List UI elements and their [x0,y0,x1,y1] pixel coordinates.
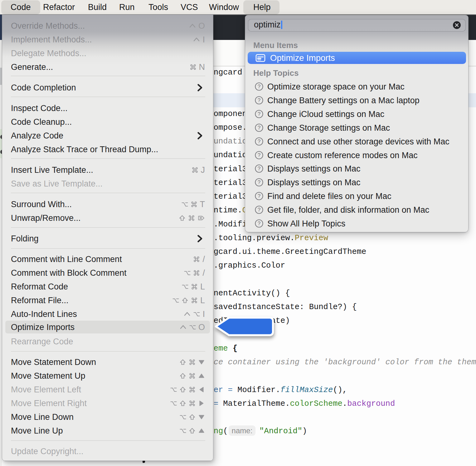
svg-text:?: ? [258,84,260,90]
svg-text:?: ? [258,125,260,131]
svg-text:?: ? [258,179,260,185]
svg-text:?: ? [258,193,260,199]
svg-text:?: ? [258,97,260,103]
svg-text:?: ? [258,152,260,158]
svg-text:?: ? [258,166,260,172]
svg-text:?: ? [258,138,260,144]
svg-text:?: ? [258,111,260,117]
svg-text:?: ? [258,207,260,213]
svg-text:?: ? [258,221,260,226]
